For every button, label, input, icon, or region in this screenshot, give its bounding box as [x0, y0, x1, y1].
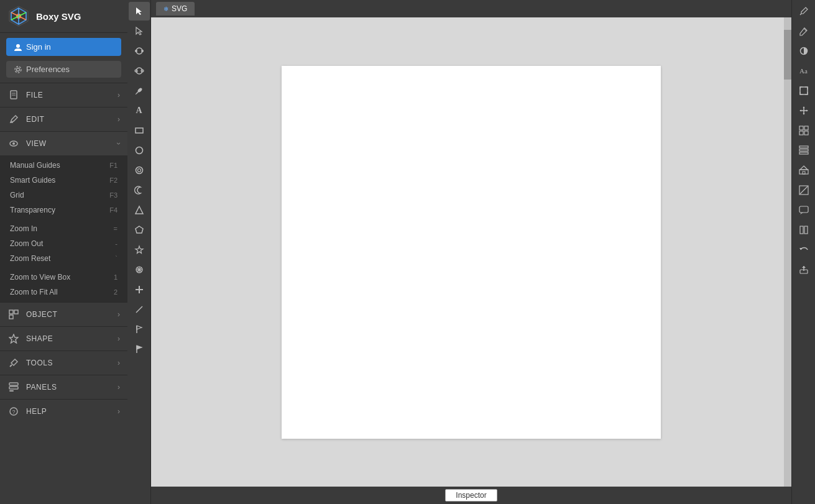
svg-rect-15 — [9, 310, 13, 314]
menu-section-file: FILE › — [0, 83, 127, 107]
svg-marker-58 — [803, 113, 804, 115]
menu-item-object[interactable]: OBJECT › — [0, 303, 127, 326]
menu-item-view[interactable]: VIEW › — [0, 132, 127, 155]
canvas[interactable] — [282, 66, 661, 439]
menu-section-view: VIEW › Manual Guides F1 Smart Guides F2 … — [0, 131, 127, 302]
sign-in-button[interactable]: Sign in — [6, 38, 121, 56]
view-manual-guides[interactable]: Manual Guides F1 — [0, 158, 127, 173]
help-icon: ? — [7, 405, 20, 418]
scrollbar-track[interactable] — [784, 17, 791, 487]
slope-tool[interactable] — [793, 181, 814, 199]
text-tool[interactable]: A — [129, 101, 150, 120]
node-select-tool[interactable] — [129, 42, 150, 60]
bracket-tool[interactable] — [793, 221, 814, 239]
menu-item-help[interactable]: ? HELP › — [0, 400, 127, 423]
font-tool[interactable]: Aa — [793, 62, 814, 80]
menu-section-panels: PANELS › — [0, 375, 127, 399]
svg-rect-70 — [803, 172, 805, 174]
flag1-tool[interactable] — [129, 320, 150, 339]
crescent-tool[interactable] — [129, 181, 150, 199]
zoom-viewbox-shortcut: 1 — [114, 273, 117, 281]
menu-section-object: OBJECT › — [0, 302, 127, 326]
zoom-in-label: Zoom In — [10, 224, 114, 233]
svg-line-32 — [136, 91, 139, 94]
object-label: OBJECT — [26, 310, 117, 319]
svg-rect-63 — [799, 131, 803, 135]
shape-label: SHAPE — [26, 334, 117, 343]
left-toolbar: A — [127, 0, 151, 504]
export-tool[interactable] — [793, 260, 814, 279]
table-tool[interactable] — [793, 141, 814, 160]
svg-rect-16 — [14, 310, 18, 314]
svg-point-6 — [16, 44, 20, 48]
select-tool[interactable] — [129, 2, 150, 21]
edit-label: EDIT — [26, 115, 117, 124]
contrast-tool[interactable] — [793, 42, 814, 60]
view-zoom-in[interactable]: Zoom In = — [0, 221, 127, 236]
shape-star-icon — [7, 332, 20, 345]
grid-shortcut: F3 — [109, 191, 117, 199]
line-tool[interactable] — [129, 300, 150, 319]
menu-item-file[interactable]: FILE › — [0, 83, 127, 107]
rect-tool[interactable] — [129, 121, 150, 140]
expand-tool[interactable] — [793, 81, 814, 100]
view-zoom-viewbox[interactable]: Zoom to View Box 1 — [0, 270, 127, 285]
triangle-tool[interactable] — [129, 201, 150, 219]
svg-rect-21 — [9, 387, 18, 389]
flag2-tool[interactable] — [129, 340, 150, 359]
eyedropper-tool[interactable] — [793, 2, 814, 21]
sign-in-label: Sign in — [26, 42, 51, 52]
comment-tool[interactable] — [793, 201, 814, 219]
zoom-fit-all-shortcut: 2 — [114, 288, 117, 296]
view-zoom-out[interactable]: Zoom Out - — [0, 236, 127, 251]
gear-icon — [14, 65, 22, 74]
view-zoom-reset[interactable]: Zoom Reset ` — [0, 251, 127, 266]
svg-point-7 — [17, 68, 20, 71]
file-arrow: › — [117, 91, 120, 99]
svg-line-48 — [136, 306, 142, 313]
cross-tool[interactable] — [129, 280, 150, 299]
asterisk-tool[interactable] — [129, 260, 150, 279]
menu-section-tools: TOOLS › — [0, 351, 127, 375]
svg-marker-69 — [800, 166, 808, 170]
pointer-tool[interactable] — [129, 22, 150, 40]
menu-section-shape: SHAPE › — [0, 326, 127, 351]
ring-tool[interactable] — [129, 161, 150, 180]
svg-point-37 — [137, 169, 140, 172]
svg-marker-57 — [803, 106, 804, 108]
menu-item-tools[interactable]: TOOLS › — [0, 351, 127, 375]
grid-label: Grid — [10, 191, 109, 199]
menu-item-edit[interactable]: EDIT › — [0, 108, 127, 131]
tools-icon — [7, 357, 20, 369]
pentagon-tool[interactable] — [129, 221, 150, 239]
preferences-button[interactable]: Preferences — [6, 61, 121, 78]
view-label: VIEW — [26, 139, 117, 148]
svg-line-33 — [136, 94, 136, 94]
pen-tool[interactable] — [129, 81, 150, 100]
multi-select-tool[interactable] — [129, 62, 150, 80]
svg-rect-67 — [799, 152, 808, 154]
layers-tool[interactable] — [793, 121, 814, 140]
view-grid[interactable]: Grid F3 — [0, 188, 127, 203]
menu-item-shape[interactable]: SHAPE › — [0, 327, 127, 351]
view-smart-guides[interactable]: Smart Guides F2 — [0, 173, 127, 188]
move-tool[interactable] — [793, 101, 814, 120]
object-arrow: › — [117, 310, 120, 319]
svg-tab-label: SVG — [172, 4, 187, 13]
tab-bar: ❄ SVG — [151, 0, 791, 17]
library-tool[interactable] — [793, 161, 814, 180]
view-transparency[interactable]: Transparency F4 — [0, 203, 127, 218]
pencil-tool[interactable] — [793, 22, 814, 40]
circle-tool[interactable] — [129, 141, 150, 160]
transparency-label: Transparency — [10, 206, 109, 214]
menu-item-panels[interactable]: PANELS › — [0, 375, 127, 399]
star-tool[interactable] — [129, 241, 150, 259]
svg-tab[interactable]: ❄ SVG — [156, 2, 195, 16]
inspector-button[interactable]: Inspector — [445, 489, 497, 502]
scrollbar-thumb[interactable] — [784, 30, 791, 80]
sidebar-header: Boxy SVG — [0, 0, 127, 33]
panels-arrow: › — [117, 383, 120, 392]
undo-tool[interactable] — [793, 241, 814, 259]
view-zoom-fit-all[interactable]: Zoom to Fit All 2 — [0, 285, 127, 300]
svg-rect-65 — [799, 146, 808, 148]
